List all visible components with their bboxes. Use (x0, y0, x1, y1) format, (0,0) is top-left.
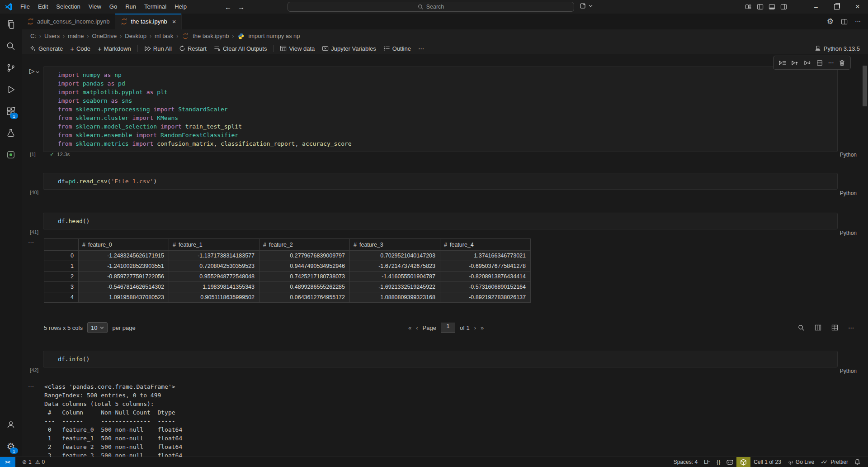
code-editor[interactable]: df.head() (43, 213, 837, 229)
indentation-indicator[interactable]: Spaces: 4 (670, 457, 701, 467)
cell-indicator[interactable]: Cell 1 of 23 (750, 457, 784, 467)
tab-adult-census-income[interactable]: adult_census_income.ipynb (22, 14, 115, 29)
extension-status-button[interactable] (736, 457, 750, 467)
last-page-icon[interactable]: » (481, 324, 484, 331)
run-below-icon[interactable] (804, 60, 811, 66)
settings-button[interactable]: ⚙ 1 (0, 435, 22, 457)
table-column-header[interactable]: #feature_0 (79, 239, 169, 251)
sidebar-item-run-debug[interactable] (0, 79, 22, 100)
sidebar-item-explorer[interactable] (0, 14, 22, 35)
breadcrumb-item[interactable]: OneDrive (90, 33, 118, 39)
code-editor[interactable]: df.info() (43, 351, 837, 367)
restart-button[interactable]: Restart (175, 44, 210, 53)
run-all-button[interactable]: Run All (141, 44, 175, 53)
remote-indicator[interactable]: >< (0, 457, 15, 467)
code-line[interactable]: from sklearn.metrics import confusion_ma… (58, 139, 837, 148)
add-markdown-cell-button[interactable]: + Markdown (94, 44, 135, 53)
table-column-header[interactable]: #feature_2 (259, 239, 350, 251)
more-actions-icon[interactable]: ⋯ (855, 18, 861, 25)
sidebar-item-source-control[interactable] (0, 57, 22, 79)
eol-indicator[interactable]: LF (701, 457, 713, 467)
sidebar-item-extensions[interactable]: 1 (0, 100, 22, 122)
sidebar-item-search[interactable] (0, 35, 22, 57)
menu-run[interactable]: Run (121, 0, 140, 14)
run-by-line-icon[interactable] (779, 60, 786, 66)
breadcrumb-item[interactable]: C: (29, 33, 38, 39)
next-page-icon[interactable]: › (474, 324, 476, 331)
column-settings-icon[interactable] (815, 324, 821, 331)
menu-go[interactable]: Go (105, 0, 121, 14)
first-page-icon[interactable]: « (408, 324, 411, 331)
cell-language[interactable]: Python (840, 190, 857, 196)
prev-page-icon[interactable]: ‹ (416, 324, 418, 331)
breadcrumb-symbol[interactable]: import numpy as np (247, 33, 301, 39)
cell-language[interactable]: Python (840, 152, 857, 158)
outline-button[interactable]: Outline (380, 44, 415, 53)
code-line[interactable]: from sklearn.cluster import KMeans (58, 114, 837, 122)
code-line[interactable]: import seaborn as sns (58, 96, 837, 105)
accounts-button[interactable] (0, 414, 22, 435)
code-cell-2[interactable]: df=pd.read_csv('File 1.csv') (43, 173, 838, 190)
notebook-settings-icon[interactable]: ⚙ (827, 18, 834, 25)
code-line[interactable]: from sklearn.model_selection import trai… (58, 122, 837, 131)
breadcrumb-item[interactable]: ml task (153, 33, 175, 39)
nav-forward-icon[interactable]: → (238, 3, 245, 11)
code-editor[interactable]: df=pd.read_csv('File 1.csv') (43, 173, 837, 189)
filter-search-icon[interactable] (798, 324, 805, 331)
run-above-icon[interactable] (791, 60, 798, 66)
run-cell-button[interactable]: ▷ (29, 67, 39, 74)
command-search-box[interactable]: Search (288, 2, 574, 12)
cell-language[interactable]: Python (840, 368, 857, 374)
go-live-button[interactable]: Go Live (784, 457, 817, 467)
copilot-menu-button[interactable] (580, 2, 593, 10)
code-line[interactable]: import numpy as np (58, 71, 837, 79)
output-collapse-icon[interactable]: ⋯ (28, 383, 34, 390)
jupyter-variables-button[interactable]: Jupyter Variables (318, 44, 379, 53)
view-data-button[interactable]: View data (276, 44, 318, 53)
tab-the-task[interactable]: the task.ipynb × (115, 14, 182, 29)
menu-file[interactable]: File (16, 0, 34, 14)
output-collapse-icon[interactable]: ⋯ (28, 239, 34, 246)
copilot-status[interactable] (723, 457, 736, 467)
breadcrumb-item[interactable]: malne (66, 33, 85, 39)
notebook-scrollbar[interactable] (863, 66, 867, 106)
cell-more-actions-icon[interactable]: ⋯ (828, 59, 834, 66)
breadcrumb-file[interactable]: the task.ipynb (191, 33, 230, 39)
menu-terminal[interactable]: Terminal (140, 0, 170, 14)
toolbar-more-button[interactable]: ⋯ (415, 44, 428, 53)
menu-edit[interactable]: Edit (34, 0, 52, 14)
breadcrumb-item[interactable]: Users (43, 33, 61, 39)
kernel-picker[interactable]: Python 3.13.5 (815, 43, 860, 54)
table-column-header[interactable]: #feature_3 (350, 239, 440, 251)
clear-all-outputs-button[interactable]: Clear All Outputs (210, 44, 271, 53)
toggle-secondary-sidebar-icon[interactable] (780, 4, 787, 10)
code-line[interactable]: df=pd.read_csv('File 1.csv') (58, 177, 837, 186)
breadcrumb-item[interactable]: Desktop (123, 33, 148, 39)
menu-help[interactable]: Help (170, 0, 191, 14)
code-cell-4[interactable]: df.info() (43, 351, 838, 367)
table-more-actions-icon[interactable]: ⋯ (848, 324, 854, 331)
grid-view-icon[interactable] (831, 324, 838, 331)
restore-button[interactable] (826, 0, 847, 14)
split-cell-icon[interactable] (816, 60, 823, 66)
delete-cell-icon[interactable] (839, 60, 845, 66)
language-mode-indicator[interactable]: {} (713, 457, 723, 467)
split-editor-icon[interactable] (841, 19, 848, 25)
code-cell-1[interactable]: import numpy as npimport pandas as pdimp… (43, 67, 838, 152)
nav-back-icon[interactable]: ← (225, 3, 231, 11)
notifications-button[interactable] (851, 457, 863, 467)
page-size-select[interactable]: 10 (87, 322, 108, 333)
minimize-button[interactable]: – (806, 0, 826, 14)
customize-layout-icon[interactable] (745, 4, 752, 10)
table-column-header[interactable]: #feature_4 (440, 239, 531, 251)
toggle-panel-icon[interactable] (769, 4, 775, 10)
cell-language[interactable]: Python (840, 230, 857, 236)
code-editor[interactable]: import numpy as npimport pandas as pdimp… (43, 67, 837, 152)
code-line[interactable]: from sklearn.preprocessing import Standa… (58, 105, 837, 114)
code-line[interactable]: df.head() (58, 217, 837, 225)
code-line[interactable]: df.info() (58, 355, 837, 363)
code-cell-3[interactable]: df.head() (43, 213, 838, 229)
menu-view[interactable]: View (85, 0, 105, 14)
generate-button[interactable]: Generate (26, 44, 66, 53)
code-line[interactable]: import matplotlib.pyplot as plt (58, 88, 837, 96)
